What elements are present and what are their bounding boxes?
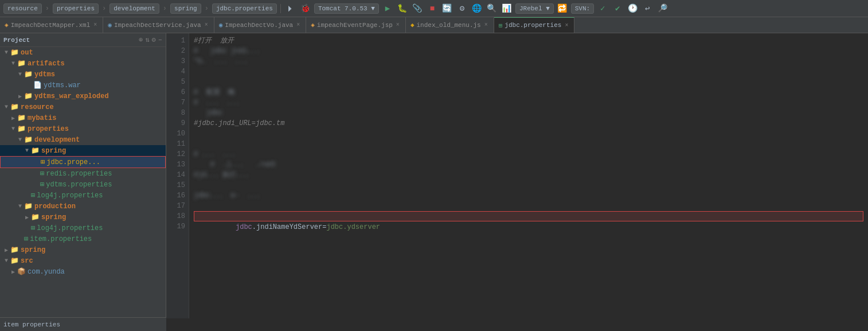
tree-item-jdbc[interactable]: ⊞ jdbc.prope... [0,156,166,168]
search-icon[interactable]: 🔍 [486,2,498,15]
tab-icon-vo: ◉ [219,21,223,29]
properties-label: item properties [3,321,60,328]
tab-label-jdbc: jdbc.properties [505,22,561,29]
find-icon[interactable]: 🔎 [656,2,668,15]
tab-index-menu[interactable]: ◆ index_old_menu.js × [406,17,494,33]
ln-13: 13 [166,159,189,170]
attach-icon[interactable]: 📎 [411,2,424,15]
file-icon-prod-log4j: ⊞ [31,224,35,232]
tab-close-service[interactable]: × [204,21,209,29]
ln-17: 17 [166,201,189,211]
tab-jdbc-props[interactable]: ⊞ jdbc.properties × [494,17,575,33]
tab-label-event: impeachEventPage.jsp [317,22,393,29]
folder-icon-prod-spring: 📁 [31,213,40,221]
file-icon-war: 📄 [33,81,42,89]
tree-item-prod-spring[interactable]: ▶ 📁 spring [0,212,166,223]
code-line-11 [194,139,863,149]
breadcrumb-spring[interactable]: spring [170,3,201,14]
ln-8: 8 [166,108,189,118]
breadcrumb-properties[interactable]: properties [53,3,99,14]
tree-item-resource[interactable]: ▼ 📁 resource [0,102,166,112]
tree-arrow-out: ▼ [2,49,10,56]
undo-icon[interactable]: ↩ [641,2,654,15]
tree-item-spring2[interactable]: ▶ 📁 spring [0,244,166,255]
code-line-2: # jdbc jndi... [194,46,863,56]
sidebar: Project ⊕ ⇅ ⚙ – ▼ 📁 out ▼ 📁 artifacts [0,33,166,318]
ln-12: 12 [166,149,189,159]
settings-icon[interactable]: ⚙ [456,2,468,15]
sidebar-sync-icon[interactable]: ⇅ [145,36,149,44]
sep5 [280,4,281,13]
code-line-10 [194,128,863,139]
tree-item-ydtms[interactable]: ▼ 📁 ydtms [0,69,166,80]
code-line-4 [194,67,863,77]
tree-item-prod-log4j[interactable]: ⊞ log4j.properties [0,223,166,233]
ln-15: 15 [166,180,189,190]
reload-icon[interactable]: 🔄 [441,2,453,15]
bug-icon[interactable]: 🐛 [396,2,409,15]
folder-icon-mybatis: 📁 [17,114,26,122]
svn-check-icon[interactable]: ✓ [596,2,609,15]
tree-item-redis[interactable]: ⊞ redis.properties [0,168,166,179]
run-icon[interactable]: ⏵ [284,2,297,15]
tree-item-ydtms-war[interactable]: 📄 ydtms.war [0,80,166,91]
tab-close-menu[interactable]: × [483,21,489,29]
tab-impeach-vo[interactable]: ◉ ImpeachDectVo.java × [214,17,306,33]
tree-item-artifacts[interactable]: ▼ 📁 artifacts [0,58,166,69]
code-line-16: jdbc... e- ... [194,190,863,201]
clock-icon[interactable]: 🕐 [626,2,639,15]
tab-icon-xml: ◈ [5,21,9,29]
code-content[interactable]: #打开 放开 # jdbc jndi... "b. ... ... # 配置 略… [189,33,868,318]
breadcrumb-development[interactable]: development [110,3,159,14]
tree-item-exploded[interactable]: ▶ 📁 ydtms_war_exploded [0,91,166,102]
stop-icon[interactable]: ■ [426,2,439,15]
tree-item-properties[interactable]: ▼ 📁 properties [0,123,166,134]
tree-item-src[interactable]: ▼ 📁 src [0,255,166,266]
sidebar-minimize-icon[interactable]: – [158,36,162,44]
globe-icon[interactable]: 🌐 [471,2,483,15]
tab-close-jdbc[interactable]: × [564,22,569,29]
play-icon[interactable]: ▶ [381,2,394,15]
ln-19: 19 [166,221,189,232]
tab-close-mapper[interactable]: × [92,21,98,29]
jrebel-icon[interactable]: 🔁 [556,2,569,15]
tree-arrow-artifacts: ▼ [9,60,17,67]
tree-item-item-props[interactable]: ⊞ item.properties [0,233,166,244]
tab-impeach-event[interactable]: ◈ impeachEventPage.jsp × [306,17,406,33]
tab-icon-service: ◉ [108,21,112,29]
ln-2: 2 [166,46,189,56]
tree-item-development[interactable]: ▼ 📁 development [0,134,166,145]
tomcat-selector[interactable]: Tomcat 7.0.53 ▼ [314,3,379,14]
debug-icon[interactable]: 🐞 [299,2,312,15]
ln-4: 4 [166,67,189,77]
breadcrumb-file[interactable]: jdbc.properties [212,3,277,14]
tree-item-production[interactable]: ▼ 📁 production [0,201,166,212]
profiler-icon[interactable]: 📊 [501,2,513,15]
tree-label-log4j: log4j.properties [37,192,103,200]
tab-close-vo[interactable]: × [295,21,301,29]
tree-item-log4j[interactable]: ⊞ log4j.properties [0,190,166,201]
ln-7: 7 [166,98,189,108]
tree-label-artifacts: artifacts [28,60,65,68]
tree-item-spring[interactable]: ▼ 📁 spring [0,145,166,156]
tree-arrow-production: ▼ [16,203,24,209]
sidebar-add-icon[interactable]: ⊕ [139,36,143,44]
tab-icon-jsp: ◈ [311,21,315,29]
ln-3: 3 [166,56,189,67]
tree-item-com-yunda[interactable]: ▶ 📦 com.yunda [0,266,166,277]
ln-14: 14 [166,170,189,180]
tab-impeach-service[interactable]: ◉ ImpeachDectService.java × [103,17,214,33]
tree-label-prod-spring: spring [41,213,66,221]
tree-item-mybatis[interactable]: ▶ 📁 mybatis [0,112,166,123]
breadcrumb-resource[interactable]: resource [3,3,42,14]
sidebar-settings-icon[interactable]: ⚙ [152,36,156,44]
tree-item-out[interactable]: ▼ 📁 out [0,47,166,58]
tab-close-event[interactable]: × [395,21,401,29]
tree-label-ydtms-props: ydtms.properties [46,181,112,189]
svn-mark-icon[interactable]: ✔ [611,2,624,15]
tree-label-spring: spring [41,147,66,155]
tab-impeach-mapper[interactable]: ◈ ImpeachDectMapper.xml × [0,17,103,33]
tree-item-ydtms-props[interactable]: ⊞ ydtms.properties [0,179,166,190]
file-icon-jdbc: ⊞ [41,158,45,166]
jrebel-selector[interactable]: JRebel ▼ [515,3,554,14]
